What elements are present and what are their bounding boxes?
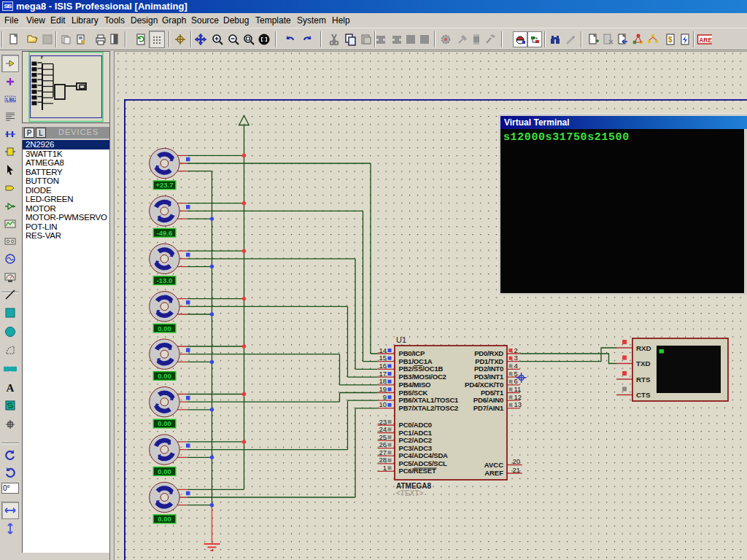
svg-text:PC0/ADC0: PC0/ADC0 [399,421,432,429]
svg-text:16: 16 [379,362,387,370]
svg-text:0.00: 0.00 [158,324,171,332]
svg-text:28: 28 [379,456,387,464]
svg-text:PB3/MOSI/OC2: PB3/MOSI/OC2 [399,373,446,381]
svg-text:CTS: CTS [636,391,651,399]
svg-text:RXD: RXD [636,344,651,352]
svg-text:20: 20 [512,457,520,465]
svg-text:3: 3 [514,354,518,362]
svg-text:PC2/ADC2: PC2/ADC2 [399,436,432,444]
svg-text:-49.6: -49.6 [157,229,173,237]
svg-text:PD1/TXD: PD1/TXD [475,357,503,365]
svg-text:PB7/XTAL2/TOSC2: PB7/XTAL2/TOSC2 [399,404,459,412]
svg-text:6: 6 [514,377,518,385]
svg-text:13: 13 [514,400,522,408]
svg-text:0.00: 0.00 [158,372,171,380]
svg-text:AVCC: AVCC [484,461,503,469]
svg-text:LBL: LBL [6,97,16,102]
svg-text:TXD: TXD [636,359,651,368]
svg-text:4: 4 [514,362,518,370]
svg-text:RTS: RTS [636,376,651,384]
svg-text:2: 2 [514,346,518,354]
svg-text:PD7/AIN1: PD7/AIN1 [473,404,504,412]
svg-text:A: A [7,382,15,394]
svg-text:+23.7: +23.7 [155,181,173,189]
svg-text:15: 15 [379,354,387,362]
svg-text:24: 24 [379,425,387,433]
svg-text:19: 19 [379,385,387,393]
svg-text:$: $ [668,36,673,44]
svg-text:12: 12 [514,393,522,401]
svg-text:PC1/ADC1: PC1/ADC1 [399,429,433,437]
svg-text:27: 27 [379,448,387,456]
svg-text:11: 11 [514,385,522,393]
svg-text:14: 14 [379,346,387,354]
svg-text:PB1/OC1A: PB1/OC1A [399,357,433,365]
svg-text:25: 25 [379,433,387,441]
svg-text:18: 18 [379,377,387,385]
svg-text:PB0/ICP: PB0/ICP [399,349,425,357]
svg-text:PC5/ADC5/SCL: PC5/ADC5/SCL [399,459,448,467]
svg-text:PC4/ADC4/SDA: PC4/ADC4/SDA [399,451,449,459]
svg-text:5: 5 [514,370,518,378]
svg-text:PD4/XCK/T0: PD4/XCK/T0 [465,381,503,389]
svg-text:PD5/T1: PD5/T1 [481,389,504,397]
svg-text:U1: U1 [396,335,406,344]
svg-text:10: 10 [379,400,387,408]
svg-text:9: 9 [383,393,387,401]
svg-text:PB2/SS/OC1B: PB2/SS/OC1B [399,365,444,373]
svg-text:PD3/INT1: PD3/INT1 [474,373,504,381]
svg-text:PD6/AIN0: PD6/AIN0 [473,396,503,404]
svg-text:26: 26 [379,440,387,448]
svg-text:-13.0: -13.0 [157,276,173,284]
svg-text:PB6/XTAL1/TOSC1: PB6/XTAL1/TOSC1 [399,396,460,404]
svg-text:21: 21 [512,466,520,474]
svg-text:AREF: AREF [484,469,503,477]
svg-text:0.00: 0.00 [158,467,171,475]
svg-text:23: 23 [379,418,387,426]
svg-text:ARES: ARES [699,36,712,44]
svg-text:PD0/RXD: PD0/RXD [474,349,503,357]
svg-text:PD2/INT0: PD2/INT0 [474,365,503,373]
svg-text:PC3/ADC3: PC3/ADC3 [399,444,432,452]
svg-text:<TEXT>: <TEXT> [396,489,423,497]
svg-text:PB4/MISO: PB4/MISO [399,381,431,389]
svg-text:0.00: 0.00 [158,419,171,427]
svg-text:PB5/SCK: PB5/SCK [399,389,428,397]
svg-text:0.00: 0.00 [158,515,171,523]
svg-text:1: 1 [383,464,387,472]
svg-text:17: 17 [379,370,387,378]
